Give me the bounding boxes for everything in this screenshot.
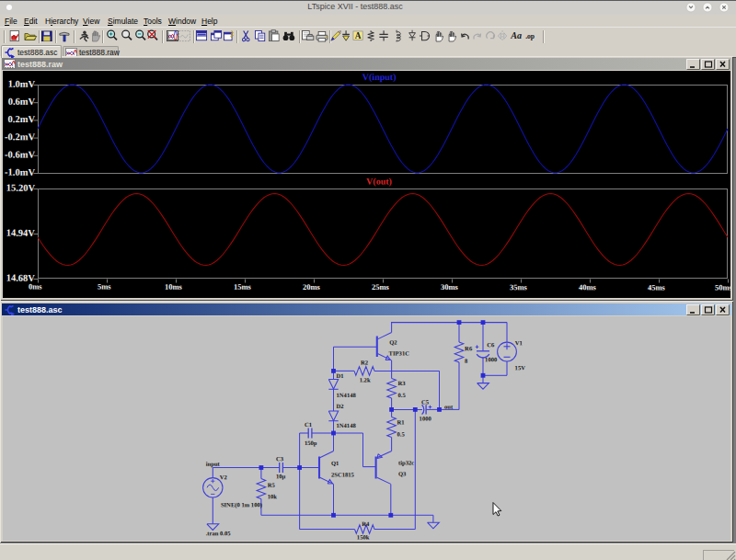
- svg-text:0.5: 0.5: [398, 392, 407, 398]
- svg-text:C5: C5: [421, 399, 430, 406]
- svg-text:150p: 150p: [305, 440, 317, 446]
- svg-text:.op: .op: [525, 32, 535, 40]
- svg-text:15V: 15V: [515, 364, 526, 371]
- svg-text:1N4148: 1N4148: [337, 392, 357, 398]
- svg-text:V(input): V(input): [362, 72, 397, 83]
- svg-text:2SC1815: 2SC1815: [331, 471, 355, 477]
- svg-text:Q1: Q1: [331, 460, 339, 466]
- svg-text:D2: D2: [337, 403, 345, 409]
- svg-text:-1.0mV: -1.0mV: [5, 167, 35, 177]
- svg-text:R1: R1: [397, 419, 405, 426]
- svg-text:R6: R6: [465, 345, 473, 351]
- svg-text:A: A: [355, 31, 362, 40]
- svg-text:Q2: Q2: [389, 339, 397, 346]
- svg-text:0.2mV: 0.2mV: [8, 114, 36, 124]
- svg-text:15ms: 15ms: [234, 282, 252, 291]
- svg-text:Q3: Q3: [398, 471, 407, 477]
- svg-text:35ms: 35ms: [510, 282, 528, 291]
- svg-text:150k: 150k: [357, 533, 370, 540]
- svg-text:Aa: Aa: [510, 30, 522, 40]
- svg-text:R3: R3: [398, 380, 407, 386]
- svg-text:V1: V1: [515, 339, 523, 346]
- svg-text:R4: R4: [362, 520, 370, 527]
- svg-text:50ms: 50ms: [715, 283, 730, 292]
- svg-text:V2: V2: [220, 474, 228, 480]
- svg-text:-0.2mV: -0.2mV: [5, 131, 35, 142]
- svg-text:1N4148: 1N4148: [337, 422, 357, 429]
- svg-text:45ms: 45ms: [648, 282, 666, 291]
- svg-text:30ms: 30ms: [441, 282, 459, 291]
- svg-text:-0.6mV: -0.6mV: [5, 149, 35, 159]
- svg-text:1000: 1000: [485, 356, 498, 362]
- svg-text:10ms: 10ms: [165, 282, 183, 291]
- svg-text:0.5: 0.5: [397, 431, 405, 438]
- svg-text:TIP31C: TIP31C: [389, 350, 410, 357]
- svg-text:input: input: [206, 461, 221, 467]
- svg-text:0.6mV: 0.6mV: [8, 97, 36, 107]
- svg-text:5ms: 5ms: [98, 282, 111, 291]
- svg-text:out: out: [444, 404, 454, 410]
- svg-text:1.0mV: 1.0mV: [8, 79, 36, 89]
- svg-text:tip32c: tip32c: [398, 460, 414, 466]
- svg-text:R5: R5: [268, 482, 276, 488]
- svg-text:D1: D1: [337, 372, 344, 379]
- svg-text:40ms: 40ms: [579, 282, 597, 291]
- svg-text:1000: 1000: [420, 416, 432, 422]
- svg-text:R2: R2: [361, 359, 369, 365]
- svg-text:C1: C1: [305, 421, 312, 428]
- svg-text:C3: C3: [276, 455, 284, 462]
- svg-text:8: 8: [465, 358, 468, 364]
- svg-text:25ms: 25ms: [372, 282, 390, 291]
- svg-text:15.20V: 15.20V: [6, 183, 36, 193]
- svg-text:10µ: 10µ: [276, 473, 286, 479]
- svg-text:14.94V: 14.94V: [6, 228, 36, 238]
- svg-text:1.2k: 1.2k: [360, 376, 371, 383]
- svg-text:0ms: 0ms: [29, 281, 42, 291]
- svg-text:C6: C6: [487, 341, 495, 348]
- svg-text:20ms: 20ms: [303, 282, 321, 291]
- svg-text:.tran 0.05: .tran 0.05: [206, 530, 232, 536]
- svg-text:10k: 10k: [268, 493, 278, 499]
- svg-text:SINE(0 1m 100): SINE(0 1m 100): [221, 501, 262, 509]
- svg-text:V(out): V(out): [366, 176, 392, 187]
